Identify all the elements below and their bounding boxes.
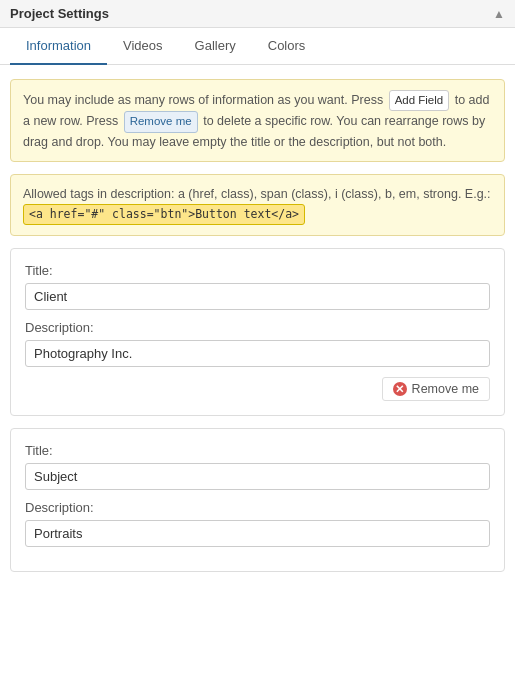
title-label-1: Title:: [25, 263, 490, 278]
main-content: You may include as many rows of informat…: [0, 65, 515, 598]
window-title: Project Settings: [10, 6, 109, 21]
code-box-text: Allowed tags in description: a (href, cl…: [23, 187, 491, 201]
desc-input-2[interactable]: [25, 520, 490, 547]
title-input-2[interactable]: [25, 463, 490, 490]
remove-me-button-1[interactable]: ✕ Remove me: [382, 377, 490, 401]
info-box-allowed-tags: Allowed tags in description: a (href, cl…: [10, 174, 505, 236]
info-box-instructions: You may include as many rows of informat…: [10, 79, 505, 162]
scroll-up-icon[interactable]: ▲: [493, 7, 505, 21]
field-card-1: Title: Description: ✕ Remove me: [10, 248, 505, 416]
title-input-1[interactable]: [25, 283, 490, 310]
tab-colors[interactable]: Colors: [252, 28, 322, 65]
add-field-inline-label: Add Field: [389, 90, 450, 111]
window-container: Project Settings ▲ Information Videos Ga…: [0, 0, 515, 598]
title-label-2: Title:: [25, 443, 490, 458]
desc-label-2: Description:: [25, 500, 490, 515]
tabs-bar: Information Videos Gallery Colors: [0, 28, 515, 65]
field-card-2: Title: Description:: [10, 428, 505, 572]
remove-me-inline-label: Remove me: [124, 111, 198, 132]
remove-icon-1: ✕: [393, 382, 407, 396]
tab-gallery[interactable]: Gallery: [179, 28, 252, 65]
code-snippet: <a href="#" class="btn">Button text</a>: [23, 204, 305, 225]
info-text-1: You may include as many rows of informat…: [23, 93, 383, 107]
tab-videos[interactable]: Videos: [107, 28, 179, 65]
tab-information[interactable]: Information: [10, 28, 107, 65]
desc-input-1[interactable]: [25, 340, 490, 367]
desc-label-1: Description:: [25, 320, 490, 335]
remove-me-label-1: Remove me: [412, 382, 479, 396]
window-header: Project Settings ▲: [0, 0, 515, 28]
